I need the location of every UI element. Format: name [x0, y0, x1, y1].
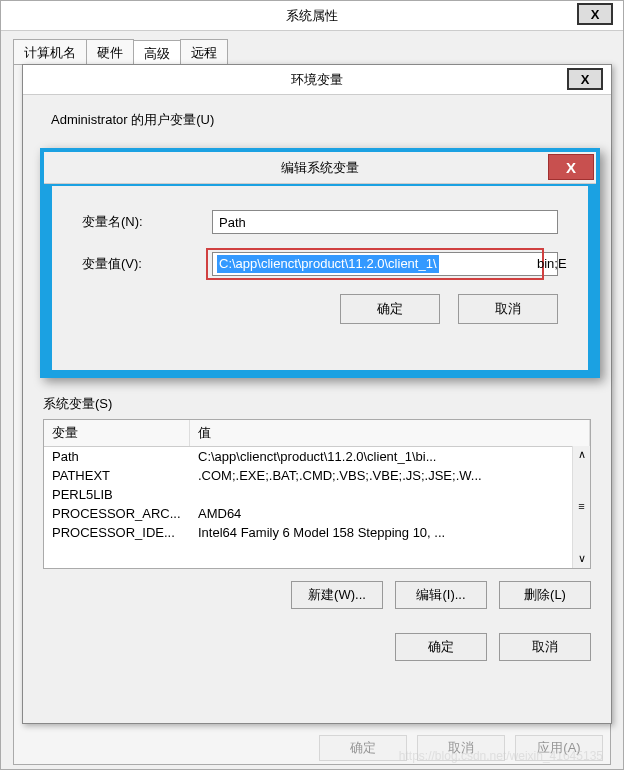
env-titlebar: 环境变量 X	[23, 65, 611, 95]
column-variable[interactable]: 变量	[44, 420, 190, 446]
variable-name-label: 变量名(N):	[82, 213, 212, 231]
edit-cancel-button[interactable]: 取消	[458, 294, 558, 324]
watermark-text: https://blog.csdn.net/weixin_41645135	[399, 749, 603, 763]
variable-name-input[interactable]	[212, 210, 558, 234]
cell-var-value: AMD64	[190, 506, 590, 521]
system-properties-tabs: 计算机名 硬件 高级 远程	[13, 39, 611, 65]
cell-var-value: Intel64 Family 6 Model 158 Stepping 10, …	[190, 525, 590, 540]
edit-buttons: 确定 取消	[82, 294, 558, 324]
tab-remote[interactable]: 远程	[180, 39, 228, 64]
cell-var-value: C:\app\clienct\product\11.2.0\client_1\b…	[190, 449, 590, 464]
delete-system-var-button[interactable]: 删除(L)	[499, 581, 591, 609]
tab-hardware[interactable]: 硬件	[86, 39, 134, 64]
system-variables-label: 系统变量(S)	[43, 395, 591, 413]
table-rows: Path C:\app\clienct\product\11.2.0\clien…	[44, 447, 590, 542]
system-properties-close-button[interactable]: X	[577, 3, 613, 25]
sys-ok-button[interactable]: 确定	[319, 735, 407, 761]
env-ok-button[interactable]: 确定	[395, 633, 487, 661]
tab-advanced[interactable]: 高级	[133, 40, 181, 65]
variable-value-input[interactable]	[212, 252, 558, 276]
table-header: 变量 值	[44, 420, 590, 447]
system-properties-title: 系统属性	[286, 8, 338, 23]
edit-system-var-button[interactable]: 编辑(I)...	[395, 581, 487, 609]
system-variables-group: 系统变量(S) 变量 值 Path C:\app\clienct\product…	[43, 395, 591, 569]
env-cancel-button[interactable]: 取消	[499, 633, 591, 661]
cell-var-name: PROCESSOR_ARC...	[44, 506, 190, 521]
new-system-var-button[interactable]: 新建(W)...	[291, 581, 383, 609]
table-row[interactable]: PROCESSOR_IDE... Intel64 Family 6 Model …	[44, 523, 590, 542]
user-variables-group-label: Administrator 的用户变量(U)	[51, 111, 611, 129]
vertical-scrollbar[interactable]: ∧ ≡ ∨	[572, 446, 590, 568]
variable-value-field: 变量值(V): C:\app\clienct\product\11.2.0\cl…	[82, 252, 558, 276]
cell-var-name: Path	[44, 449, 190, 464]
cell-var-value	[190, 487, 590, 502]
scroll-mid-icon: ≡	[573, 498, 590, 516]
env-close-button[interactable]: X	[567, 68, 603, 90]
edit-body: 变量名(N): 变量值(V): C:\app\clienct\product\1…	[44, 186, 596, 378]
scroll-up-icon[interactable]: ∧	[573, 446, 590, 464]
system-variables-buttons: 新建(W)... 编辑(I)... 删除(L)	[23, 581, 591, 609]
cell-var-name: PROCESSOR_IDE...	[44, 525, 190, 540]
table-row[interactable]: PERL5LIB	[44, 485, 590, 504]
cell-var-name: PATHEXT	[44, 468, 190, 483]
table-row[interactable]: PROCESSOR_ARC... AMD64	[44, 504, 590, 523]
cell-var-name: PERL5LIB	[44, 487, 190, 502]
system-properties-titlebar: 系统属性 X	[1, 1, 623, 31]
tab-computer-name[interactable]: 计算机名	[13, 39, 87, 64]
env-bottom-buttons: 确定 取消	[23, 633, 591, 661]
scroll-down-icon[interactable]: ∨	[573, 550, 590, 568]
variable-value-label: 变量值(V):	[82, 255, 212, 273]
edit-system-variable-window: 编辑系统变量 X 变量名(N): 变量值(V): C:\app\clienct\…	[40, 148, 600, 378]
edit-title: 编辑系统变量	[281, 160, 359, 175]
table-row[interactable]: Path C:\app\clienct\product\11.2.0\clien…	[44, 447, 590, 466]
variable-name-field: 变量名(N):	[82, 210, 558, 234]
system-variables-table[interactable]: 变量 值 Path C:\app\clienct\product\11.2.0\…	[43, 419, 591, 569]
edit-close-button[interactable]: X	[548, 154, 594, 180]
edit-titlebar: 编辑系统变量 X	[44, 152, 596, 184]
table-row[interactable]: PATHEXT .COM;.EXE;.BAT;.CMD;.VBS;.VBE;.J…	[44, 466, 590, 485]
cell-var-value: .COM;.EXE;.BAT;.CMD;.VBS;.VBE;.JS;.JSE;.…	[190, 468, 590, 483]
env-title: 环境变量	[291, 72, 343, 87]
column-value[interactable]: 值	[190, 420, 590, 446]
edit-ok-button[interactable]: 确定	[340, 294, 440, 324]
